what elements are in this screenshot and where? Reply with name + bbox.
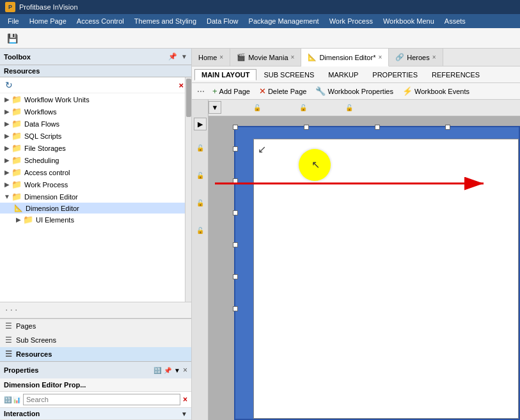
tree-item[interactable]: ▶ 📁 Data Flows <box>0 118 191 130</box>
tree-item-label: UI Elements <box>36 216 74 224</box>
subtab-properties[interactable]: PROPERTIES <box>365 69 425 81</box>
top-lock-1: 🔓 <box>253 104 261 111</box>
resize-handle-left-2[interactable] <box>233 178 238 183</box>
menu-item-file[interactable]: File <box>3 14 24 28</box>
add-page-icon: + <box>212 86 217 96</box>
subtab-main-layout[interactable]: MAIN LAYOUT <box>194 69 256 81</box>
lock-icon-4: 🔓 <box>196 227 204 234</box>
resources-nav-item[interactable]: ☰ Resources <box>0 347 191 361</box>
tree-item-ui-elements[interactable]: ▶ 📁 UI Elements <box>0 214 191 226</box>
tab-dimension-editor[interactable]: 📐 Dimension Editor* × <box>301 49 389 66</box>
tree-item-dimension-editor-folder[interactable]: ▼ 📁 Dimension Editor <box>0 191 191 203</box>
resources-nav-icon: ☰ <box>5 350 12 359</box>
canvas-nav-top[interactable]: ▼ <box>209 101 221 114</box>
add-page-button[interactable]: + Add Page <box>209 86 254 97</box>
pages-nav-item[interactable]: ☰ Pages <box>0 319 191 333</box>
tree-item-label: Scheduling <box>24 157 59 164</box>
menu-item-homepage[interactable]: Home Page <box>24 14 72 28</box>
add-page-label: Add Page <box>219 88 250 95</box>
more-actions-button[interactable]: ⋯ <box>194 86 207 97</box>
props-close-icon[interactable]: × <box>183 366 187 375</box>
design-canvas[interactable]: ↙ ↖ <box>209 116 520 420</box>
subtab-markup[interactable]: MARKUP <box>321 69 365 81</box>
resize-handle-left-4[interactable] <box>233 242 238 247</box>
canvas-left-arrow[interactable]: ▶ <box>194 118 207 130</box>
sort-category-icon[interactable]: 📊 <box>13 396 20 403</box>
tree-item[interactable]: ▶ 📁 Workflows <box>0 105 191 118</box>
props-dropdown-icon[interactable]: ▼ <box>174 367 180 374</box>
tree-item[interactable]: ▶ 📁 SQL Scripts <box>0 130 191 142</box>
tree-scrollbar[interactable] <box>185 77 191 302</box>
tree-item[interactable]: ▶ 📁 Scheduling <box>0 154 191 166</box>
tab-heroes-close[interactable]: × <box>432 54 436 61</box>
properties-panel: Properties 🔡 📌 ▼ × Dimension Editor Prop… <box>0 361 191 420</box>
resources-nav-label: Resources <box>16 350 52 358</box>
subtab-sub-screens[interactable]: SUB SCREENS <box>256 69 321 81</box>
main-layout: Toolbox 📌 ▼ Resources ↻ × ▶ <box>0 49 520 420</box>
resize-handle-left-3[interactable] <box>233 210 238 215</box>
workbook-events-label: Workbook Events <box>414 88 469 95</box>
tab-dimension-editor-close[interactable]: × <box>378 54 382 61</box>
resize-handle-left-5[interactable] <box>233 274 238 279</box>
tree-close-button[interactable]: × <box>178 81 184 90</box>
lock-icon-1: 🔓 <box>196 144 204 152</box>
sort-az-icon[interactable]: 🔡 <box>4 396 12 403</box>
title-bar: P Profitbase InVision <box>0 0 520 14</box>
tab-movie-mania-close[interactable]: × <box>291 54 295 61</box>
sub-screens-nav-item[interactable]: ☰ Sub Screens <box>0 333 191 347</box>
resize-handle-left-6[interactable] <box>233 306 238 311</box>
menu-item-themes-styling[interactable]: Themes and Styling <box>129 14 201 28</box>
dimension-editor-icon: 📐 <box>308 53 317 61</box>
tab-heroes[interactable]: 🔗 Heroes × <box>389 49 443 66</box>
tree-item[interactable]: ▶ 📁 Access control <box>0 166 191 178</box>
canvas-area[interactable]: ▼ ▶ 🔓 🔓 🔓 🔓 🔓 🔓 🔓 <box>192 100 520 420</box>
toolbox-pin-icon[interactable]: 📌 <box>168 52 177 61</box>
blue-container[interactable]: ↙ ↖ <box>234 126 520 420</box>
search-clear-icon[interactable]: × <box>183 395 187 404</box>
properties-header: Properties 🔡 📌 ▼ × <box>0 362 191 378</box>
resize-handle-top-mid3[interactable] <box>445 125 450 130</box>
resize-handle-top-mid2[interactable] <box>375 125 380 130</box>
workbook-properties-button[interactable]: 🔧 Workbook Properties <box>311 86 397 97</box>
resize-handle-top-mid1[interactable] <box>304 125 309 130</box>
inner-white-area[interactable]: ↙ ↖ <box>253 139 519 419</box>
menu-item-assets[interactable]: Assets <box>439 14 471 28</box>
delete-page-icon: ✕ <box>259 86 266 96</box>
tree-item[interactable]: ▶ 📁 File Storages <box>0 142 191 154</box>
properties-search-input[interactable] <box>23 394 180 405</box>
menu-item-access-control[interactable]: Access Control <box>72 14 129 28</box>
tree-item-dimension-editor-item[interactable]: 📐 Dimension Editor <box>0 203 191 214</box>
props-pin-icon[interactable]: 📌 <box>164 367 171 374</box>
workbook-events-button[interactable]: ⚡ Workbook Events <box>398 86 473 97</box>
app-icon: P <box>5 2 15 12</box>
props-sort-icon[interactable]: 🔡 <box>154 367 161 374</box>
tab-home[interactable]: Home × <box>192 49 230 66</box>
tree-item[interactable]: ▶ 📁 Workflow Work Units <box>0 93 191 105</box>
resize-handle-left-1[interactable] <box>233 146 238 152</box>
resize-handle-top-left[interactable] <box>233 125 238 130</box>
tab-movie-mania[interactable]: 🎬 Movie Mania × <box>230 49 301 66</box>
save-button[interactable]: 💾 <box>4 30 20 47</box>
tree-area[interactable]: ↻ × ▶ 📁 Workflow Work Units ▶ 📁 Workflow… <box>0 77 191 302</box>
menu-item-data-flow[interactable]: Data Flow <box>201 14 244 28</box>
tab-home-label: Home <box>198 54 217 61</box>
diagonal-arrow-icon: ↙ <box>258 143 266 155</box>
interaction-bar[interactable]: Interaction ▼ <box>0 408 191 420</box>
delete-page-button[interactable]: ✕ Delete Page <box>255 86 311 97</box>
subtab-references[interactable]: REFERENCES <box>425 69 487 81</box>
menu-item-package-management[interactable]: Package Management <box>244 14 324 28</box>
pages-section: ☰ Pages ☰ Sub Screens ☰ Resources <box>0 318 191 361</box>
menu-item-work-process[interactable]: Work Process <box>324 14 378 28</box>
tab-dimension-editor-label: Dimension Editor* <box>319 54 375 61</box>
toolbox-dropdown-icon[interactable]: ▼ <box>181 53 187 60</box>
workbook-properties-icon: 🔧 <box>315 86 326 96</box>
heroes-icon: 🔗 <box>395 53 404 61</box>
tree-item[interactable]: ▶ 📁 Work Process <box>0 178 191 191</box>
tab-movie-mania-label: Movie Mania <box>248 54 288 61</box>
tab-home-close[interactable]: × <box>219 54 223 61</box>
toolbar: 💾 <box>0 28 520 49</box>
resources-section: Resources ↻ × ▶ 📁 Workflow Work Units ▶ <box>0 65 191 361</box>
menu-item-workbook-menu[interactable]: Workbook Menu <box>378 14 439 28</box>
refresh-button[interactable]: ↻ <box>3 79 15 91</box>
props-sort-icons: 🔡 📊 <box>4 396 20 403</box>
